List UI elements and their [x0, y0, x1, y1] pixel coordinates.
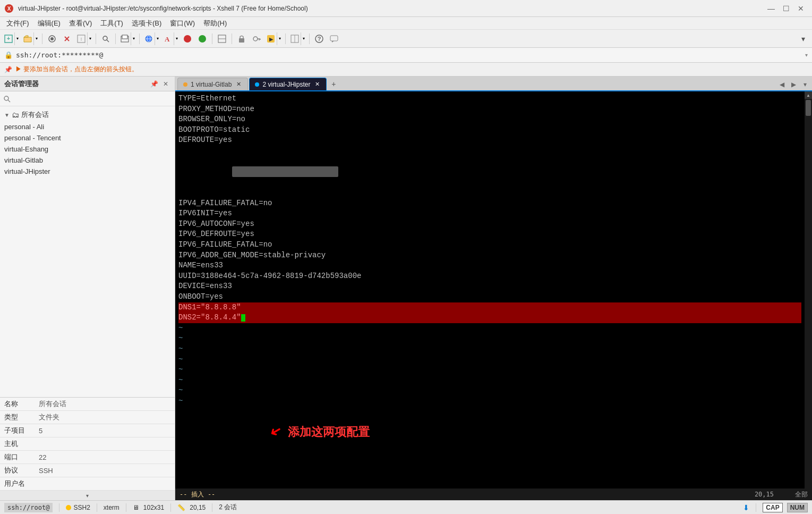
toolbar-resize-btn[interactable] [215, 32, 229, 46]
menu-view[interactable]: 查看(V) [65, 17, 96, 29]
new-tab-button[interactable]: + [328, 79, 339, 89]
tab-menu-btn[interactable]: ▾ [800, 80, 810, 89]
sidebar-item-virtual-gitlab[interactable]: virtual-Gitlab [0, 155, 175, 166]
toolbar-more-btn[interactable]: ▾ [796, 32, 810, 46]
svg-text:+: + [7, 35, 10, 41]
tab-virtual-gitlab[interactable]: 1 virtual-Gitlab ✕ [177, 78, 248, 90]
tab-close-gitlab[interactable]: ✕ [235, 81, 242, 88]
session-tree: ▼ 🗂 所有会话 personal - Ali personal - Tence… [0, 106, 175, 397]
terminal-cursor [241, 314, 245, 322]
sidebar-controls: 📌 ✕ [149, 79, 170, 89]
toolbar-disconnect-btn[interactable] [60, 32, 74, 46]
scroll-up-btn[interactable]: ▲ [805, 91, 812, 99]
scroll-thumb[interactable] [806, 100, 811, 116]
address-dropdown-arrow[interactable]: ▾ [805, 52, 808, 58]
lock-icon: 🔒 [4, 51, 13, 59]
tab-next-btn[interactable]: ▶ [789, 80, 798, 89]
status-sessions-count: 2 会话 [219, 503, 237, 512]
status-sep-5 [212, 503, 212, 512]
toolbar-green-btn[interactable] [195, 32, 209, 46]
session-gitlab-label: virtual-Gitlab [4, 156, 43, 164]
toolbar-help-btn[interactable]: ? [312, 32, 326, 46]
props-scroll-down-btn[interactable]: ▾ [0, 491, 175, 500]
prop-label-type: 类型 [0, 411, 35, 424]
terminal-line: ~ [178, 333, 801, 344]
svg-rect-13 [122, 35, 127, 39]
props-table: 名称 所有会话 类型 文件夹 子项目 5 主机 端口 22 [0, 398, 175, 491]
tab-close-jhipster[interactable]: ✕ [313, 81, 321, 88]
sidebar-item-virtual-jhipster[interactable]: virtual-JHipster [0, 166, 175, 177]
address-input[interactable] [16, 51, 802, 59]
toolbar-search-btn[interactable] [99, 32, 113, 46]
status-sep-3 [126, 503, 126, 512]
toolbar-chat-btn[interactable] [327, 32, 341, 46]
terminal-line: PROXY_METHOD=none [178, 104, 801, 115]
bookmark-text: ▶ 要添加当前会话，点击左侧的箭头按钮。 [15, 65, 138, 74]
terminal-line: IPV6_AUTOCONF=yes [178, 219, 801, 230]
status-arrow-down-btn[interactable]: ⬇ [743, 503, 749, 512]
pin-icon: 📌 [4, 66, 12, 73]
close-button[interactable]: ✕ [794, 3, 808, 14]
terminal-line: IPV6_DEFROUTE=yes [178, 229, 801, 240]
toolbar-layout-btn[interactable]: ▾ [288, 32, 306, 46]
tab-virtual-jhipster[interactable]: 2 virtual-JHipster ✕ [249, 78, 327, 90]
tab-label-gitlab: 1 virtual-Gitlab [191, 81, 232, 88]
terminal-line: ~ [178, 355, 801, 365]
sidebar-item-virtual-eshang[interactable]: virtual-Eshang [0, 144, 175, 155]
prop-label-port: 端口 [0, 451, 35, 464]
prop-label-name: 名称 [0, 398, 35, 411]
toolbar-font-btn[interactable]: A ▾ [161, 32, 180, 46]
all-sessions-label: 所有会话 [21, 110, 49, 120]
svg-text:↕: ↕ [80, 36, 83, 41]
toolbar-lock-btn[interactable] [235, 32, 249, 46]
minimize-button[interactable]: — [764, 3, 778, 14]
toolbar-globe-btn[interactable]: ▾ [142, 32, 160, 46]
toolbar-compose-btn[interactable]: ▾ [118, 32, 136, 46]
svg-point-19 [199, 35, 206, 43]
sidebar-item-all-sessions[interactable]: ▼ 🗂 所有会话 [0, 108, 175, 121]
toolbar-action-btn[interactable]: ▶ ▾ [264, 32, 283, 46]
maximize-button[interactable]: ☐ [779, 3, 793, 14]
title-bar: X virtual-JHipster - root@virtual-JHipst… [0, 0, 812, 17]
terminal-status-bar: -- 插入 -- 20,15 全部 [175, 488, 812, 500]
terminal-line: DEFROUTE=yes [178, 135, 801, 146]
tab-prev-btn[interactable]: ◀ [777, 80, 787, 89]
terminal-line: ONBOOT=yes [178, 292, 801, 302]
menu-help[interactable]: 帮助(H) [199, 17, 231, 29]
sidebar-item-personal-tencent[interactable]: personal - Tencent [0, 132, 175, 144]
open-folder-btn[interactable]: ▾ [21, 32, 39, 46]
svg-point-23 [253, 37, 258, 41]
menu-file[interactable]: 文件(F) [2, 17, 33, 29]
svg-text:A: A [165, 35, 170, 43]
menu-edit[interactable]: 编辑(E) [33, 17, 65, 29]
sidebar-pin-btn[interactable]: 📌 [149, 79, 159, 89]
session-ali-label: personal - Ali [4, 123, 44, 131]
terminal-line: NAME=ens33 [178, 260, 801, 271]
prop-row-type: 类型 文件夹 [0, 411, 175, 424]
svg-line-11 [107, 40, 109, 42]
new-session-btn[interactable]: + ▾ [2, 32, 20, 46]
svg-point-34 [4, 96, 8, 100]
window-controls: — ☐ ✕ [764, 3, 808, 14]
menu-window[interactable]: 窗口(W) [166, 17, 199, 29]
sidebar-item-personal-ali[interactable]: personal - Ali [0, 121, 175, 132]
terminal-content[interactable]: TYPE=Ethernet PROXY_METHOD=none BROWSER_… [175, 91, 805, 488]
menu-tabs[interactable]: 选项卡(B) [127, 17, 166, 29]
terminal-blurred-line [178, 156, 801, 188]
menu-tools[interactable]: 工具(T) [96, 17, 127, 29]
bookmark-bar: 📌 ▶ 要添加当前会话，点击左侧的箭头按钮。 [0, 63, 812, 77]
toolbar-key-btn[interactable] [250, 32, 263, 46]
prop-row-port: 端口 22 [0, 451, 175, 464]
terminal-line: BROWSER_ONLY=no [178, 114, 801, 125]
toolbar-sep-3 [115, 33, 116, 44]
svg-text:X: X [7, 6, 11, 12]
terminal-scrollbar[interactable]: ▲ [805, 91, 812, 488]
toolbar-connect-btn[interactable] [45, 32, 59, 46]
terminal-line: ~ [178, 323, 801, 334]
toolbar-red-btn[interactable] [181, 32, 194, 46]
status-sep-2 [97, 503, 97, 512]
toolbar-transfer-btn[interactable]: ↕ ▾ [75, 32, 93, 46]
prop-value-username [35, 477, 175, 491]
sidebar-close-btn[interactable]: ✕ [161, 79, 170, 89]
terminal-line: ~ [178, 396, 801, 407]
